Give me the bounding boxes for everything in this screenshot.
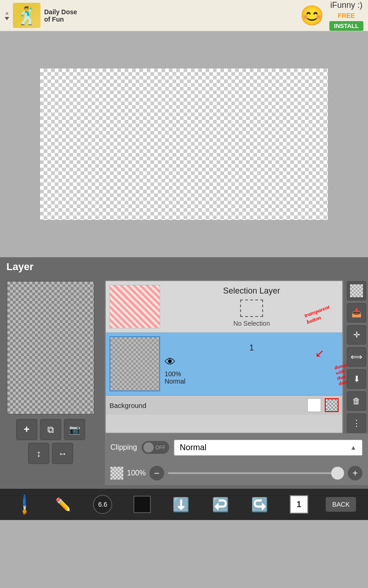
ad-install-button[interactable]: INSTALL xyxy=(329,21,363,31)
duplicate-layer-button[interactable]: ⧉ xyxy=(40,419,61,440)
pages-icon: 1 xyxy=(290,495,308,514)
opacity-increase-button[interactable]: + xyxy=(348,466,362,481)
ad-close-area[interactable]: ✕ xyxy=(5,11,9,20)
ad-text: Daily Dose of Fun xyxy=(44,8,77,23)
redo-icon: ↪️ xyxy=(251,497,268,513)
fill-tool-button[interactable]: ⬇️ xyxy=(169,492,194,517)
import-icon: 📥 xyxy=(351,308,362,318)
background-row[interactable]: Background xyxy=(106,396,342,415)
more-icon: ⋮ xyxy=(352,418,361,428)
add-layer-button[interactable]: + xyxy=(16,419,37,440)
selection-layer-info: Selection Layer No Selection xyxy=(165,286,339,327)
ad-mascot-image: 🕺 xyxy=(13,3,40,28)
layer-1-info: 1 👁 100% Normal xyxy=(165,343,339,385)
undo-icon: ↩️ xyxy=(212,497,229,513)
ad-right: 😊 iFunny :) FREE INSTALL xyxy=(300,0,363,31)
rt-flip-button[interactable]: ⟺ xyxy=(347,347,366,367)
ad-fun-label: of Fun xyxy=(44,16,77,23)
bottom-controls: Clipping OFF Normal ▲ xyxy=(105,434,368,461)
layer-left-panel: + ⧉ 📷 ↕ ↔ xyxy=(0,277,101,489)
bottom-toolbar: 🖌️ ✏️ 6.6 ⬇️ ↩️ ↪️ 1 BACK xyxy=(0,489,368,520)
blend-arrow-icon: ▲ xyxy=(350,444,356,451)
ad-triangle-icon xyxy=(5,17,9,20)
selection-status: No Selection xyxy=(165,320,339,327)
rt-down-button[interactable]: ⬇ xyxy=(347,369,366,389)
color-swatch-icon xyxy=(133,496,151,513)
ad-ifunny-label: iFunny :) xyxy=(330,0,362,10)
background-transparent-option[interactable] xyxy=(325,398,339,412)
rt-more-button[interactable]: ⋮ xyxy=(347,413,366,433)
rt-import-button[interactable]: 📥 xyxy=(347,303,366,322)
brush-icon: 🖌️ xyxy=(12,493,36,516)
layer-1-thumbnail xyxy=(109,336,160,391)
blend-mode-select[interactable]: Normal ▲ xyxy=(174,440,362,456)
rt-delete-button[interactable]: 🗑 xyxy=(347,391,366,411)
plus-icon: + xyxy=(24,424,30,435)
ad-smiley-icon: 😊 xyxy=(300,4,324,27)
opacity-row: 100% − + xyxy=(105,461,368,485)
layer-controls: + ⧉ 📷 ↕ ↔ xyxy=(5,419,97,464)
drawing-canvas[interactable] xyxy=(40,68,328,220)
layers-area-wrapper: Selection Layer No Selection 1 👁 xyxy=(105,280,368,434)
fliph-icon: ⟺ xyxy=(351,352,362,362)
toggle-knob xyxy=(144,442,154,452)
pages-count: 1 xyxy=(297,500,301,509)
ad-free-label: FREE xyxy=(338,12,355,19)
delete-icon: 🗑 xyxy=(352,396,361,406)
layer-1-name: 1 xyxy=(165,343,339,353)
layers-list: Selection Layer No Selection 1 👁 xyxy=(105,280,343,434)
ad-banner: ✕ 🕺 Daily Dose of Fun 😊 iFunny :) FREE I… xyxy=(0,0,368,31)
layer-panel: Layer + ⧉ 📷 ↕ ↔ xyxy=(0,257,368,489)
toggle-off-label: OFF xyxy=(155,445,166,450)
layer-1-visibility-icon[interactable]: 👁 xyxy=(165,356,339,368)
layer-body: + ⧉ 📷 ↕ ↔ xyxy=(0,277,368,489)
down-icon: ⬇ xyxy=(353,374,360,384)
ad-ifunny-block[interactable]: iFunny :) FREE INSTALL xyxy=(329,0,363,31)
eraser-size-label: 6.6 xyxy=(98,501,107,508)
background-label: Background xyxy=(109,401,304,409)
layers-list-container: Selection Layer No Selection 1 👁 xyxy=(105,280,368,434)
clipping-toggle[interactable]: OFF xyxy=(142,441,169,454)
camera-icon: 📷 xyxy=(69,424,80,435)
layer-1-row[interactable]: 1 👁 100% Normal xyxy=(106,333,342,396)
camera-layer-button[interactable]: 📷 xyxy=(64,419,85,440)
flip-layer-button[interactable]: ↕ xyxy=(28,443,49,464)
layer-panel-title: Layer xyxy=(0,257,368,277)
clipping-label: Clipping xyxy=(110,443,137,452)
layer-thumbnail-preview xyxy=(7,281,94,414)
brush-tool-button[interactable]: 🖌️ xyxy=(12,492,37,517)
back-button[interactable]: BACK xyxy=(326,497,356,512)
selection-layer-row[interactable]: Selection Layer No Selection xyxy=(106,281,342,333)
opacity-slider[interactable] xyxy=(168,472,344,474)
undo-button[interactable]: ↩️ xyxy=(208,492,233,517)
eraser-tool-button[interactable]: 6.6 xyxy=(90,492,115,517)
mirror-layer-button[interactable]: ↔ xyxy=(52,443,73,464)
duplicate-icon: ⧉ xyxy=(47,424,54,435)
rt-checker-button[interactable] xyxy=(347,281,366,300)
move-icon: ✛ xyxy=(353,330,360,340)
opacity-preview-icon xyxy=(110,467,123,480)
right-toolbar: 📥 ✛ ⟺ ⬇ 🗑 xyxy=(345,280,368,434)
ad-left: ✕ 🕺 Daily Dose of Fun xyxy=(5,3,77,28)
rt-move-button[interactable]: ✛ xyxy=(347,325,366,345)
eraser-icon: 6.6 xyxy=(93,495,112,514)
pencil-tool-button[interactable]: ✏️ xyxy=(51,492,76,517)
selection-dashed-box xyxy=(240,300,263,317)
checker-icon xyxy=(350,284,363,297)
selection-layer-thumbnail xyxy=(109,285,160,328)
blend-mode-value: Normal xyxy=(180,443,207,452)
color-picker-button[interactable] xyxy=(130,492,155,517)
redo-button[interactable]: ↪️ xyxy=(247,492,272,517)
background-white-option[interactable] xyxy=(307,398,321,412)
opacity-decrease-button[interactable]: − xyxy=(150,466,164,481)
canvas-area xyxy=(0,31,368,257)
ad-close-icon[interactable]: ✕ xyxy=(5,11,9,16)
pages-button[interactable]: 1 xyxy=(287,492,311,517)
pencil-icon: ✏️ xyxy=(55,497,71,512)
selection-layer-title: Selection Layer xyxy=(165,286,339,296)
mirror-icon: ↔ xyxy=(58,448,67,459)
opacity-slider-knob[interactable] xyxy=(331,467,344,480)
layer-1-blend: Normal xyxy=(165,378,339,385)
layer-right-panel: Selection Layer No Selection 1 👁 xyxy=(101,277,368,489)
layer-1-opacity: 100% xyxy=(165,370,339,378)
